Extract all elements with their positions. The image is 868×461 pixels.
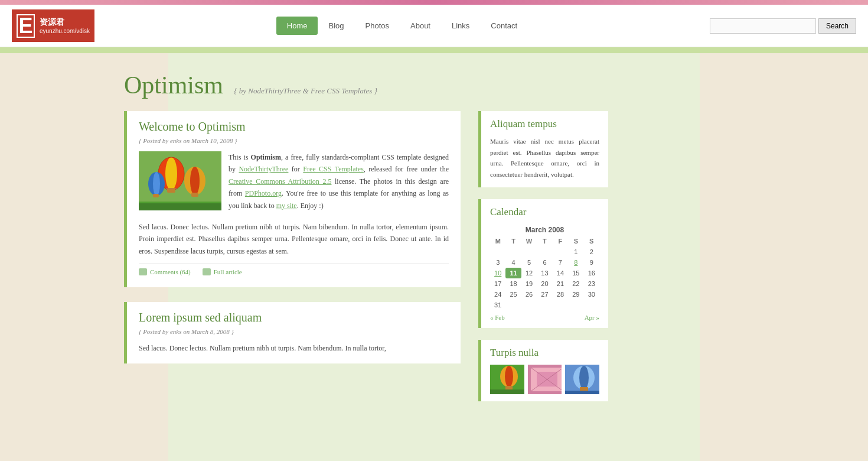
widget-calendar: Calendar March 2008 M T W T F	[478, 199, 608, 328]
widget-text-aliquam: Mauris vitae nisl nec metus placerat per…	[490, 136, 599, 180]
cal-row-2: 3 4 5 6 7 8 9	[490, 257, 599, 268]
search-input[interactable]	[710, 18, 816, 34]
cal-header-t1: T	[505, 236, 521, 246]
link-freecss[interactable]: Free CSS Templates	[303, 165, 364, 173]
cal-cell-31: 31	[490, 300, 505, 310]
cal-cell-23: 23	[584, 278, 599, 289]
cal-cell	[537, 246, 552, 257]
cal-cell-27: 27	[537, 289, 552, 300]
cal-cell-14: 14	[553, 268, 568, 278]
logo-box[interactable]: E 资源君 eyunzhu.com/vdisk	[12, 9, 94, 42]
cal-cell-18: 18	[505, 278, 521, 289]
comments-link-1[interactable]: Comments (64)	[139, 268, 191, 275]
nav-item-contact[interactable]: Contact	[480, 17, 528, 35]
link-pdphoto[interactable]: PDPhoto.org	[245, 189, 282, 197]
thumbnail-2	[528, 365, 562, 394]
cal-header-s1: S	[568, 236, 583, 246]
widget-inner-turpis: Turpis nulla	[478, 340, 608, 401]
logo-url: eyunzhu.com/vdisk	[40, 28, 90, 34]
svg-point-27	[579, 366, 589, 389]
cal-cell-28: 28	[553, 289, 568, 300]
calendar-month: March 2008	[490, 224, 599, 236]
post-card-2: Lorem ipsum sed aliquam { Posted by enks…	[124, 302, 461, 363]
sidebar: Aliquam tempus Mauris vitae nisl nec met…	[478, 111, 608, 413]
svg-rect-4	[167, 188, 175, 193]
cal-cell-26: 26	[521, 289, 537, 300]
cal-cell-11-today[interactable]: 11	[505, 268, 521, 278]
cal-header-w: W	[521, 236, 537, 246]
top-bar	[0, 0, 868, 5]
cal-cell-16: 16	[584, 268, 599, 278]
svg-rect-14	[139, 203, 221, 210]
cal-row-3: 10 11 12 13 14 15 16	[490, 268, 599, 278]
cal-header-f: F	[553, 236, 568, 246]
article-icon	[203, 268, 211, 275]
cal-cell-20: 20	[537, 278, 552, 289]
nav-item-about[interactable]: About	[400, 17, 441, 35]
link-mysite[interactable]: my site	[276, 202, 297, 210]
svg-rect-29	[565, 391, 599, 394]
nav-item-links[interactable]: Links	[441, 17, 480, 35]
cal-cell-30: 30	[584, 289, 599, 300]
cal-row-6: 31	[490, 300, 599, 310]
svg-point-11	[153, 172, 160, 196]
cal-cell	[521, 300, 537, 310]
post-footer-1: Comments (64) Full article	[139, 263, 449, 278]
cal-cell	[521, 246, 537, 257]
post-image-1	[139, 151, 221, 210]
comments-icon	[139, 268, 147, 275]
svg-point-17	[505, 366, 513, 387]
cal-cell-8[interactable]: 8	[568, 257, 583, 268]
cal-prev-link[interactable]: « Feb	[490, 314, 505, 321]
site-title: Optimism	[124, 72, 223, 99]
cal-row-5: 24 25 26 27 28 29 30	[490, 289, 599, 300]
thumbnail-3	[565, 365, 599, 394]
post-body-extra-1: Sed lacus. Donec lectus. Nullam pretium …	[139, 221, 449, 257]
cal-cell-29: 29	[568, 289, 583, 300]
svg-point-8	[190, 167, 200, 195]
cal-cell-1: 1	[568, 246, 583, 257]
fullarticle-link-1[interactable]: Full article	[203, 268, 242, 275]
header-bottom-bar	[0, 47, 868, 53]
svg-rect-28	[580, 387, 588, 391]
svg-rect-19	[490, 389, 524, 394]
widget-aliquam: Aliquam tempus Mauris vitae nisl nec met…	[478, 111, 608, 187]
cal-cell-2: 2	[584, 246, 599, 257]
cal-next-link[interactable]: Apr »	[585, 314, 599, 321]
post-inner-1: Welcome to Optimism { Posted by enks on …	[124, 111, 461, 287]
svg-rect-18	[505, 386, 513, 390]
cal-cell-3: 3	[490, 257, 505, 268]
cal-cell-13: 13	[537, 268, 552, 278]
main-nav: Home Blog Photos About Links Contact	[276, 17, 528, 35]
site-subtitle: { by NodeThirtyThree & Free CSS Template…	[234, 86, 377, 95]
calendar-nav: « Feb Apr »	[490, 314, 599, 321]
link-creative-commons[interactable]: Creative Commons Attribution 2.5	[229, 177, 331, 186]
widget-inner-aliquam: Aliquam tempus Mauris vitae nisl nec met…	[478, 111, 608, 187]
nav-item-photos[interactable]: Photos	[355, 17, 400, 35]
nav-item-home[interactable]: Home	[276, 17, 318, 35]
cal-cell-25: 25	[505, 289, 521, 300]
post-card-1: Welcome to Optimism { Posted by enks on …	[124, 111, 461, 287]
site-title-area: Optimism { by NodeThirtyThree & Free CSS…	[100, 53, 768, 111]
nav-item-blog[interactable]: Blog	[318, 17, 354, 35]
cal-cell-15: 15	[568, 268, 583, 278]
logo-text: 资源君 eyunzhu.com/vdisk	[40, 17, 90, 34]
widget-title-aliquam: Aliquam tempus	[490, 118, 599, 130]
post-inner-2: Lorem ipsum sed aliquam { Posted by enks…	[124, 302, 461, 363]
fullarticle-label-1: Full article	[214, 268, 242, 275]
logo-letter: E	[17, 14, 35, 38]
logo-area: E 资源君 eyunzhu.com/vdisk	[12, 9, 94, 42]
content-layout: Welcome to Optimism { Posted by enks on …	[100, 111, 768, 431]
cal-header-s2: S	[584, 236, 599, 246]
cal-cell	[553, 300, 568, 310]
cal-cell-10[interactable]: 10	[490, 268, 505, 278]
cal-cell-19: 19	[521, 278, 537, 289]
search-area: Search	[710, 18, 856, 34]
thumbnail-row	[490, 365, 599, 394]
cal-cell	[553, 246, 568, 257]
widget-title-turpis: Turpis nulla	[490, 347, 599, 359]
search-button[interactable]: Search	[818, 18, 856, 34]
calendar-table: March 2008 M T W T F S S	[490, 224, 599, 310]
link-nodethirtythree[interactable]: NodeThirtyThree	[239, 165, 288, 173]
post-body-2: Sed lacus. Donec lectus. Nullam pretium …	[139, 342, 449, 354]
